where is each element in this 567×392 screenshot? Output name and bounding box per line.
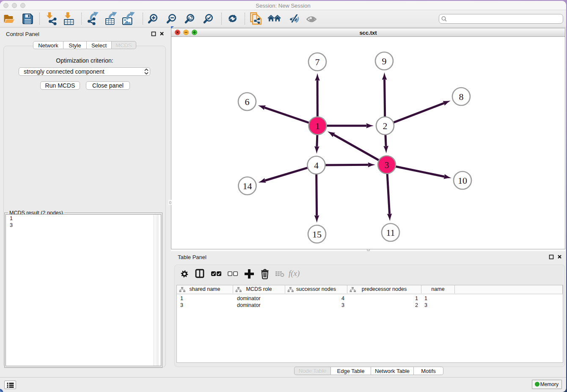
svg-text:14: 14 [243,181,252,191]
svg-text:1: 1 [315,121,320,131]
svg-text:11: 11 [386,227,395,238]
svg-text:4: 4 [314,160,319,171]
svg-text:3: 3 [385,160,389,170]
svg-text:15: 15 [312,229,322,240]
svg-text:6: 6 [245,97,250,107]
svg-text:7: 7 [315,57,320,67]
svg-text:8: 8 [459,91,464,102]
svg-text:2: 2 [383,121,388,131]
svg-text:10: 10 [458,175,467,186]
svg-text:9: 9 [382,56,387,66]
